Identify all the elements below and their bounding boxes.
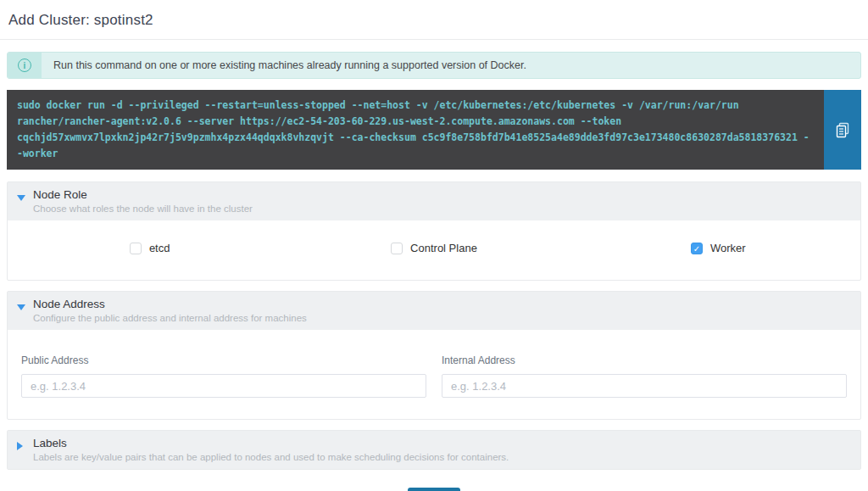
labels-section: Labels Labels are key/value pairs that c… (7, 430, 861, 470)
public-address-input[interactable] (21, 374, 426, 398)
page-title: Add Cluster: spotinst2 (8, 12, 860, 29)
info-icon-box: i (8, 53, 42, 78)
node-address-section-header[interactable]: Node Address Configure the public addres… (8, 292, 860, 330)
chevron-down-icon (17, 304, 25, 310)
role-option-worker[interactable]: ✓ Worker (576, 242, 860, 254)
header-divider (0, 39, 868, 40)
internal-address-input[interactable] (442, 374, 847, 398)
docker-command-text: sudo docker run -d --privileged --restar… (7, 90, 824, 170)
add-cluster-page: Add Cluster: spotinst2 i Run this comman… (0, 0, 868, 491)
labels-subtitle: Labels are key/value pairs that can be a… (33, 452, 850, 462)
public-address-label: Public Address (21, 354, 426, 366)
worker-label: Worker (710, 242, 746, 254)
etcd-label: etcd (149, 242, 170, 254)
worker-checkbox[interactable]: ✓ (691, 243, 703, 254)
internal-address-group: Internal Address (442, 354, 847, 398)
copy-command-button[interactable] (824, 90, 861, 170)
info-banner-message: Run this command on one or more existing… (42, 59, 526, 71)
node-address-subtitle: Configure the public address and interna… (33, 313, 850, 323)
node-role-options: etcd Control Plane ✓ Worker (8, 220, 860, 280)
control-plane-label: Control Plane (410, 242, 477, 254)
node-address-fields: Public Address Internal Address (8, 330, 860, 419)
info-icon: i (18, 59, 31, 72)
info-banner: i Run this command on one or more existi… (7, 52, 861, 79)
node-role-subtitle: Choose what roles the node will have in … (33, 204, 850, 214)
public-address-group: Public Address (21, 354, 426, 398)
copy-icon (835, 122, 851, 138)
node-role-title: Node Role (33, 188, 850, 201)
labels-section-header[interactable]: Labels Labels are key/value pairs that c… (8, 431, 860, 469)
role-option-etcd[interactable]: etcd (8, 242, 292, 254)
chevron-down-icon (17, 195, 25, 201)
labels-title: Labels (33, 437, 850, 449)
internal-address-label: Internal Address (442, 354, 847, 366)
etcd-checkbox[interactable] (130, 243, 142, 254)
node-role-section-header[interactable]: Node Role Choose what roles the node wil… (8, 182, 860, 220)
docker-command-block: sudo docker run -d --privileged --restar… (7, 90, 861, 170)
control-plane-checkbox[interactable] (391, 243, 403, 254)
done-button[interactable]: Done (408, 488, 460, 491)
role-option-control-plane[interactable]: Control Plane (292, 242, 576, 254)
node-role-section: Node Role Choose what roles the node wil… (7, 181, 861, 281)
node-address-title: Node Address (33, 298, 850, 310)
footer: Done (7, 488, 861, 491)
node-address-section: Node Address Configure the public addres… (7, 291, 861, 420)
chevron-right-icon (17, 442, 23, 450)
